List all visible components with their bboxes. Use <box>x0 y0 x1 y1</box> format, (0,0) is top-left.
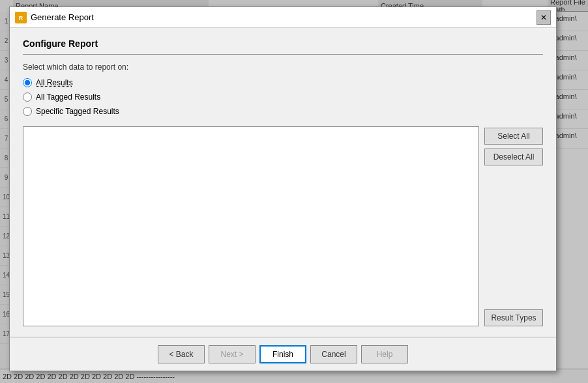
back-button[interactable]: < Back <box>158 345 205 363</box>
svg-text:R: R <box>19 15 23 21</box>
select-all-button[interactable]: Select All <box>484 128 543 145</box>
radio-specific-tagged-label: Specific Tagged Results <box>36 107 119 116</box>
content-area: Select All Deselect All Result Types <box>23 126 543 326</box>
radio-specific-tagged[interactable]: Specific Tagged Results <box>23 107 543 116</box>
side-buttons: Select All Deselect All Result Types <box>484 126 543 326</box>
radio-group: All Results All Tagged Results Specific … <box>23 78 543 116</box>
results-listbox[interactable] <box>23 126 479 326</box>
finish-button[interactable]: Finish <box>259 345 306 363</box>
dialog-body: Configure Report Select which data to re… <box>10 28 556 337</box>
dialog-icon: R <box>15 12 27 23</box>
dialog-title: Generate Report <box>31 12 537 22</box>
result-types-button[interactable]: Result Types <box>484 309 543 326</box>
dialog-footer: < Back Next > Finish Cancel Help <box>10 337 556 371</box>
radio-all-tagged-input[interactable] <box>23 92 32 102</box>
radio-all-results[interactable]: All Results <box>23 78 543 87</box>
radio-specific-tagged-input[interactable] <box>23 107 32 116</box>
help-button[interactable]: Help <box>361 345 408 363</box>
radio-all-tagged-label: All Tagged Results <box>36 92 100 102</box>
dialog-title-bar: R Generate Report ✕ <box>10 7 556 28</box>
section-title: Configure Report <box>23 38 543 55</box>
next-button[interactable]: Next > <box>209 345 256 363</box>
radio-all-results-label: All Results <box>36 78 73 87</box>
radio-all-results-input[interactable] <box>23 78 32 87</box>
select-data-label: Select which data to report on: <box>23 63 543 72</box>
cancel-button[interactable]: Cancel <box>310 345 357 363</box>
radio-all-tagged[interactable]: All Tagged Results <box>23 92 543 102</box>
close-button[interactable]: ✕ <box>537 10 551 25</box>
generate-report-dialog: R Generate Report ✕ Configure Report Sel… <box>9 7 557 371</box>
deselect-all-button[interactable]: Deselect All <box>484 149 543 165</box>
